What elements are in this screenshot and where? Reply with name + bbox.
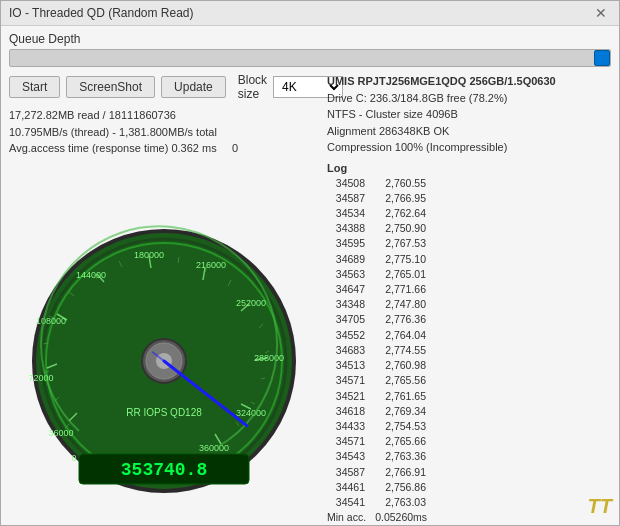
stat-line3: Avg.access time (response time) 0.362 ms… — [9, 140, 319, 157]
log-row: 345712,765.66 — [327, 434, 611, 449]
log-row: 347052,776.36 — [327, 312, 611, 327]
log-row: 346182,769.34 — [327, 404, 611, 419]
gauge-label: RR IOPS QD128 — [126, 407, 202, 418]
content-area: Queue Depth Start ScreenShot Update Bloc… — [1, 26, 619, 526]
log-row: 343882,750.90 — [327, 221, 611, 236]
queue-slider[interactable] — [9, 49, 611, 67]
right-panel: UMIS RPJTJ256MGE1QDQ 256GB/1.5Q0630 Driv… — [327, 73, 611, 526]
log-row: 345342,762.64 — [327, 206, 611, 221]
log-row: 345632,765.01 — [327, 267, 611, 282]
log-row: 345082,760.55 — [327, 176, 611, 191]
log-row: 345132,760.98 — [327, 358, 611, 373]
drive-model: UMIS RPJTJ256MGE1QDQ 256GB/1.5Q0630 — [327, 73, 611, 90]
log-row: 346472,771.66 — [327, 282, 611, 297]
tt-logo: TT — [588, 495, 612, 518]
block-size-label: Block size — [238, 73, 267, 101]
log-label: Log — [327, 162, 611, 174]
log-area[interactable]: 345082,760.55345872,766.95345342,762.643… — [327, 176, 611, 527]
gauge-container: 36000 72000 108000 144000 180000 216000 — [9, 161, 319, 527]
log-row: 345212,761.65 — [327, 389, 611, 404]
drive-line2: NTFS - Cluster size 4096B — [327, 106, 611, 123]
drive-line4: Compression 100% (Incompressible) — [327, 139, 611, 156]
svg-text:0: 0 — [71, 453, 76, 463]
log-row: 345712,765.56 — [327, 373, 611, 388]
queue-label: Queue Depth — [9, 32, 611, 46]
queue-section: Queue Depth — [9, 32, 611, 67]
log-row: 345432,763.36 — [327, 449, 611, 464]
slider-thumb[interactable] — [594, 50, 610, 66]
log-row: 344612,756.86 — [327, 480, 611, 495]
drive-line1: Drive C: 236.3/184.8GB free (78.2%) — [327, 90, 611, 107]
update-button[interactable]: Update — [161, 76, 226, 98]
main-window: IO - Threaded QD (Random Read) ✕ Queue D… — [0, 0, 620, 526]
log-row: 345952,767.53 — [327, 236, 611, 251]
log-row: 346892,775.10 — [327, 252, 611, 267]
gauge-value-display: 353740.8 — [121, 460, 207, 480]
log-row: 344332,754.53 — [327, 419, 611, 434]
svg-text:324000: 324000 — [236, 408, 266, 418]
svg-text:216000: 216000 — [196, 260, 226, 270]
start-button[interactable]: Start — [9, 76, 60, 98]
log-row: 345872,766.91 — [327, 465, 611, 480]
svg-text:36000: 36000 — [48, 428, 73, 438]
log-row: 343482,747.80 — [327, 297, 611, 312]
svg-text:72000: 72000 — [28, 373, 53, 383]
main-row: Start ScreenShot Update Block size 4K 8K… — [9, 73, 611, 526]
svg-text:252000: 252000 — [236, 298, 266, 308]
log-row: 345412,763.03 — [327, 495, 611, 510]
log-row: Min acc.0.05260ms — [327, 510, 611, 525]
svg-text:288000: 288000 — [254, 353, 284, 363]
screenshot-button[interactable]: ScreenShot — [66, 76, 155, 98]
log-row: 345522,764.04 — [327, 328, 611, 343]
svg-text:360000: 360000 — [199, 443, 229, 453]
log-row: 345872,766.95 — [327, 191, 611, 206]
stats-area: 17,272.82MB read / 18111860736 10.795MB/… — [9, 107, 319, 157]
log-row: 346832,774.55 — [327, 343, 611, 358]
stat-line2: 10.795MB/s (thread) - 1,381.800MB/s tota… — [9, 124, 319, 141]
button-row: Start ScreenShot Update Block size 4K 8K… — [9, 73, 319, 101]
left-panel: Start ScreenShot Update Block size 4K 8K… — [9, 73, 319, 526]
drive-line3: Alignment 286348KB OK — [327, 123, 611, 140]
gauge-svg: 36000 72000 108000 144000 180000 216000 — [19, 206, 309, 496]
stat-line1: 17,272.82MB read / 18111860736 — [9, 107, 319, 124]
window-title: IO - Threaded QD (Random Read) — [9, 6, 194, 20]
title-bar: IO - Threaded QD (Random Read) ✕ — [1, 1, 619, 26]
drive-info: UMIS RPJTJ256MGE1QDQ 256GB/1.5Q0630 Driv… — [327, 73, 611, 156]
close-button[interactable]: ✕ — [591, 5, 611, 21]
